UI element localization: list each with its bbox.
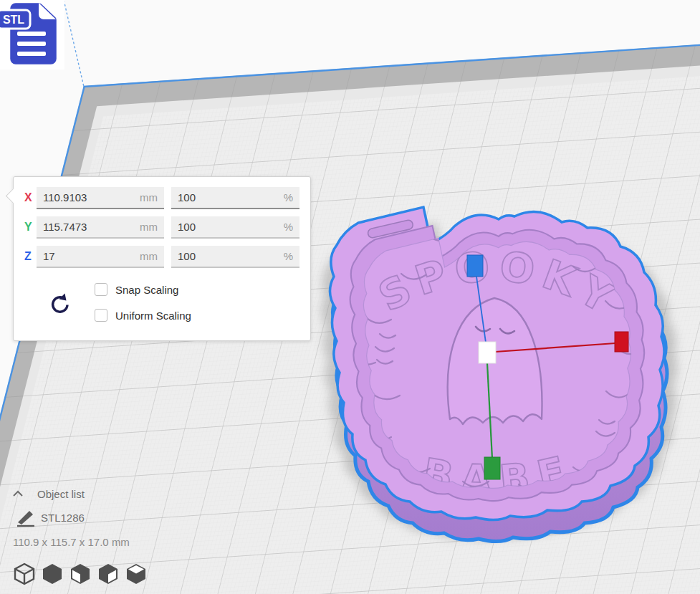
uniform-scaling-label: Uniform Scaling	[115, 310, 191, 322]
z-scale-handle[interactable]	[467, 255, 483, 277]
x-percent-field[interactable]: %	[171, 187, 299, 209]
scale-row-x: X mm %	[14, 187, 310, 209]
view-left-button[interactable]	[97, 562, 120, 586]
collapse-caret-icon[interactable]	[12, 490, 24, 497]
scale-tool-panel: X mm % Y mm % Z mm	[13, 176, 311, 341]
y-mm-input[interactable]	[43, 221, 137, 233]
y-percent-field[interactable]: %	[171, 216, 299, 239]
camera-view-presets	[13, 562, 148, 586]
stl-badge-label: STL	[3, 14, 24, 26]
y-percent-unit: %	[284, 221, 293, 233]
cube-left-icon	[97, 562, 120, 586]
view-right-button[interactable]	[125, 562, 148, 586]
mesh-type-icon	[16, 509, 36, 527]
cube-top-icon	[69, 562, 92, 586]
cube-right-icon	[125, 562, 148, 586]
cube-front-icon	[41, 562, 64, 586]
z-mm-unit: mm	[140, 250, 158, 262]
view-top-button[interactable]	[69, 562, 92, 586]
z-percent-input[interactable]	[178, 250, 281, 262]
uniform-scaling-checkbox[interactable]	[95, 309, 107, 322]
view-3d-button[interactable]	[13, 562, 36, 586]
reset-scale-button[interactable]	[45, 290, 74, 319]
snap-scaling-checkbox-row[interactable]: Snap Scaling	[95, 283, 178, 296]
x-mm-unit: mm	[140, 191, 158, 203]
y-mm-field[interactable]: mm	[37, 216, 164, 239]
stl-file-icon: STL	[0, 0, 64, 70]
y-mm-unit: mm	[140, 221, 158, 233]
x-mm-field[interactable]: mm	[37, 187, 164, 209]
z-mm-input[interactable]	[43, 250, 137, 262]
y-percent-input[interactable]	[178, 221, 281, 233]
scale-row-y: Y mm %	[14, 216, 310, 239]
uniform-scaling-checkbox-row[interactable]: Uniform Scaling	[95, 309, 191, 322]
x-mm-input[interactable]	[43, 191, 137, 203]
model-dimensions-label: 110.9 x 115.7 x 17.0 mm	[13, 536, 130, 548]
snap-scaling-label: Snap Scaling	[115, 284, 178, 296]
scale-row-z: Z mm %	[14, 246, 310, 268]
model-stl1286[interactable]: SPOOKY BABE	[321, 207, 677, 542]
object-list-item[interactable]: STL1286	[41, 512, 85, 524]
x-scale-handle[interactable]	[615, 332, 628, 352]
x-percent-input[interactable]	[178, 191, 281, 203]
y-scale-handle[interactable]	[484, 457, 500, 479]
reset-rotate-icon	[45, 290, 74, 319]
center-scale-handle[interactable]	[479, 342, 496, 363]
viewport-3d[interactable]: SPOOKY BABE	[0, 0, 700, 594]
z-mm-field[interactable]: mm	[37, 246, 164, 268]
object-list-header[interactable]: Object list	[37, 488, 85, 500]
z-percent-field[interactable]: %	[171, 246, 299, 268]
x-percent-unit: %	[284, 191, 293, 203]
snap-scaling-checkbox[interactable]	[95, 283, 107, 296]
stl-file-thumbnail: STL	[0, 0, 64, 70]
z-percent-unit: %	[284, 250, 293, 262]
cube-3d-icon	[13, 562, 36, 586]
view-front-button[interactable]	[41, 562, 64, 586]
